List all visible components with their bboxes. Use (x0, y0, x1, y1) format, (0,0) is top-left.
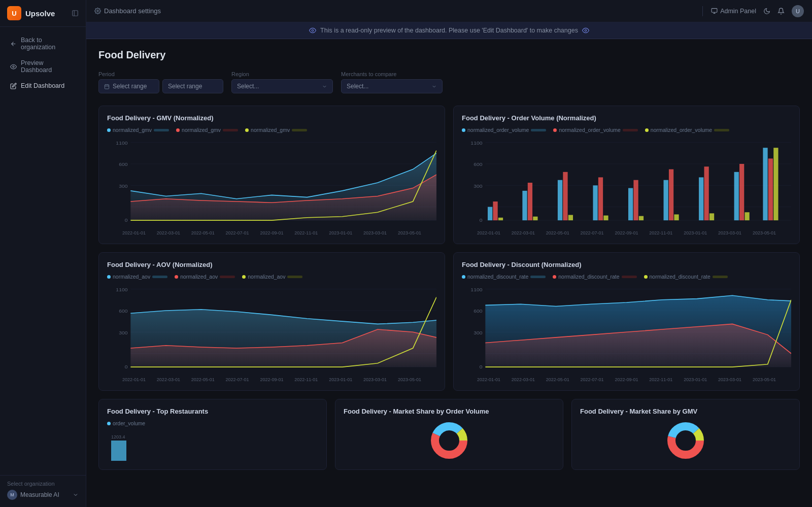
sidebar-item-preview[interactable]: Preview Dashboard (3, 55, 83, 78)
admin-panel-label: Admin Panel (720, 8, 756, 15)
chart-discount-svg: 1100 600 300 0 (462, 284, 791, 375)
svg-text:600: 600 (119, 309, 128, 314)
svg-point-8 (585, 29, 587, 31)
preview-eye-icon-2 (582, 27, 589, 34)
donut-gmv (580, 420, 791, 461)
filter-region: Region Select... (231, 71, 333, 93)
moon-icon[interactable] (763, 8, 770, 15)
merchants-value: Select... (347, 83, 368, 90)
logo-icon: U (7, 6, 21, 20)
chart-order-area: 1100 600 300 0 (462, 137, 791, 228)
chart-order-x-labels: 2022-01-01 2022-03-01 2022-05-01 2022-07… (462, 230, 791, 235)
sidebar-footer: Select organization M Measurable AI (0, 475, 86, 507)
chart-gmv-svg: 1100 600 300 0 (107, 137, 436, 228)
legend-item: normalized_order_volume (553, 127, 637, 133)
legend-item: normalized_order_volume (462, 127, 546, 133)
settings-icon (94, 8, 101, 14)
chart-market-share-gmv: Food Delivery - Market Share by GMV (571, 399, 800, 470)
chart-order-legend: normalized_order_volume normalized_order… (462, 127, 791, 133)
svg-rect-44 (603, 216, 608, 221)
period-start-input[interactable]: Select range (98, 79, 159, 93)
legend-item: normalized_aov (107, 274, 167, 280)
svg-rect-54 (734, 172, 739, 220)
sidebar-toggle-icon[interactable] (72, 10, 79, 17)
eye-icon (10, 63, 17, 70)
user-avatar[interactable]: U (792, 5, 804, 17)
topbar-settings-title: Dashboard settings (94, 7, 161, 15)
svg-rect-48 (664, 180, 668, 220)
legend-item: normalized_gmv (176, 127, 238, 133)
svg-rect-47 (639, 216, 644, 220)
donut-order (344, 420, 555, 461)
chart-gmv-x-labels: 2022-01-01 2022-03-01 2022-05-01 2022-07… (107, 230, 436, 235)
svg-rect-39 (558, 180, 562, 220)
svg-text:300: 300 (473, 330, 483, 335)
topbar: Dashboard settings Admin Panel U (86, 0, 812, 22)
legend-color-2 (176, 128, 180, 132)
charts-grid: Food Delivery - GMV (Normalized) normali… (98, 106, 800, 391)
chart-top-restaurants-title: Food Delivery - Top Restaurants (107, 408, 318, 415)
svg-rect-9 (105, 84, 109, 88)
period-end-input[interactable]: Select range (162, 79, 223, 93)
chart-market-share-order: Food Delivery - Market Share by Order Vo… (335, 399, 563, 470)
legend-item: order_volume (107, 420, 145, 426)
svg-rect-59 (773, 148, 778, 220)
legend-item: normalized_order_volume (645, 127, 729, 133)
top-restaurants-bars: 1203.4 (107, 430, 318, 461)
chart-discount-legend: normalized_discount_rate normalized_disc… (462, 274, 791, 280)
filters-row: Period Select range Select range Region … (98, 71, 800, 93)
region-chevron-icon (322, 84, 327, 89)
svg-text:0: 0 (480, 364, 483, 369)
svg-rect-56 (745, 212, 749, 220)
svg-rect-36 (522, 191, 527, 220)
merchants-select[interactable]: Select... (341, 79, 443, 93)
svg-text:600: 600 (473, 162, 483, 167)
chart-gmv: Food Delivery - GMV (Normalized) normali… (98, 106, 445, 244)
svg-rect-45 (628, 188, 633, 221)
region-select[interactable]: Select... (231, 79, 333, 93)
svg-rect-55 (739, 164, 744, 220)
period-label: Period (98, 71, 223, 77)
svg-point-7 (312, 29, 314, 31)
org-avatar: M (7, 490, 17, 500)
chart-top-restaurants: Food Delivery - Top Restaurants order_vo… (98, 399, 327, 470)
sidebar-item-back[interactable]: Back to organization (3, 32, 83, 55)
app-name: Upsolve (25, 9, 55, 18)
bell-icon[interactable] (777, 8, 785, 15)
legend-item: normalized_discount_rate (644, 274, 728, 280)
chart-aov-legend: normalized_aov normalized_aov normalized… (107, 274, 436, 280)
legend-item: normalized_aov (175, 274, 235, 280)
svg-rect-35 (498, 218, 503, 220)
svg-rect-0 (73, 11, 78, 16)
merchants-label: Merchants to compare (341, 71, 443, 77)
chart-discount: Food Delivery - Discount (Normalized) no… (453, 252, 800, 391)
chart-order-title: Food Delivery - Order Volume (Normalized… (462, 114, 791, 122)
back-icon (10, 41, 17, 47)
region-value: Select... (237, 83, 259, 90)
svg-text:300: 300 (473, 183, 483, 188)
chart-discount-title: Food Delivery - Discount (Normalized) (462, 261, 791, 268)
org-name: Measurable AI (20, 491, 59, 498)
chart-aov-x-labels: 2022-01-01 2022-03-01 2022-05-01 2022-07… (107, 377, 436, 382)
admin-panel-button[interactable]: Admin Panel (711, 8, 756, 15)
svg-text:300: 300 (119, 183, 128, 188)
chart-order-svg: 1100 600 300 0 (462, 137, 791, 228)
svg-rect-34 (493, 201, 497, 220)
svg-rect-41 (568, 215, 573, 221)
legend-color-1 (107, 128, 111, 132)
svg-text:300: 300 (119, 330, 128, 335)
donut-gmv-svg (665, 420, 706, 461)
sidebar-item-edit[interactable]: Edit Dashboard (3, 78, 83, 93)
svg-text:0: 0 (125, 218, 128, 223)
svg-rect-52 (704, 166, 708, 220)
svg-text:0: 0 (480, 218, 483, 223)
org-selector[interactable]: M Measurable AI (7, 490, 79, 500)
svg-text:600: 600 (119, 162, 128, 167)
monitor-icon (711, 8, 718, 14)
preview-banner: This is a read-only preview of the dashb… (86, 22, 812, 39)
svg-rect-53 (709, 213, 714, 220)
chart-market-share-gmv-title: Food Delivery - Market Share by GMV (580, 408, 791, 415)
svg-rect-58 (768, 158, 773, 220)
svg-point-2 (13, 65, 14, 67)
app-logo[interactable]: U Upsolve (0, 0, 86, 27)
